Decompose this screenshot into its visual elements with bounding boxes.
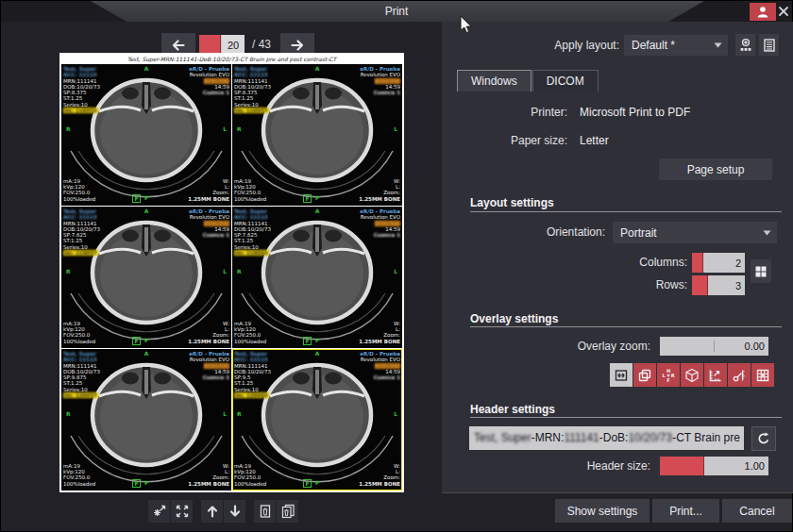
- overlay-text-block: Test, SuperACC: 11113MRN:111141DOB:10/20…: [234, 66, 271, 113]
- orientation-marker: L: [394, 410, 397, 417]
- svg-text:R: R: [671, 373, 675, 378]
- fit-to-screen-button[interactable]: [171, 500, 193, 523]
- svg-text:L: L: [663, 373, 666, 378]
- preview-cell-5[interactable]: Test, SuperACC: 11113MRN:111141DOB:10/20…: [61, 349, 231, 490]
- user-button[interactable]: [750, 3, 776, 21]
- move-page-down-button[interactable]: [224, 500, 245, 523]
- auto-window-button[interactable]: [148, 500, 170, 523]
- dialog-content: 20 / 43 Test, Super-MRN:111141-DoB:10/20…: [1, 22, 792, 531]
- assign-layout-icon: [738, 38, 753, 53]
- orientation-label: Orientation:: [547, 225, 605, 239]
- svg-text:H: H: [666, 368, 670, 374]
- preview-toolbar-group: [201, 500, 245, 523]
- ruler-toggle[interactable]: [704, 363, 727, 387]
- preview-cell-4[interactable]: Test, SuperACC: 11113MRN:111141DOB:10/20…: [232, 207, 402, 348]
- overlay-scale-toggle[interactable]: [610, 363, 633, 387]
- orientation-marker: P: [315, 336, 319, 345]
- overlay-text-block: eR/D - PruebaRevolution EVO10/26/2314:59…: [360, 351, 400, 380]
- header-size-spinner[interactable]: 1.00: [660, 457, 768, 475]
- mrn-value: 111141: [564, 431, 599, 444]
- spinner-fill: [692, 253, 703, 273]
- orientation-letters-icon: HLRF: [661, 368, 676, 383]
- preview-toolbar-group: [254, 500, 298, 523]
- orientation-select[interactable]: Portrait: [613, 222, 777, 243]
- spinner-fill: [692, 275, 708, 295]
- expand-icon: [175, 504, 190, 519]
- apply-layout-select[interactable]: Default *: [624, 35, 728, 56]
- overlay-text-block: W:L:Zoom:1.25MM BONE: [359, 321, 400, 344]
- overlay-text-block: eR/D - PruebaRevolution EVO10/26/2314:59…: [189, 208, 229, 238]
- ruler-icon: [708, 368, 723, 383]
- apply-layout-value: Default *: [632, 35, 675, 56]
- orientation-markers-toggle[interactable]: HLRF: [657, 363, 680, 387]
- orientation-marker: R: [237, 410, 242, 417]
- orientation-cube-toggle[interactable]: [681, 363, 703, 387]
- page-number-spinner[interactable]: 20: [199, 35, 245, 55]
- printer-value: Microsoft Print to PDF: [580, 106, 690, 119]
- orientation-marker: R: [66, 268, 71, 274]
- paper-size-value: Letter: [580, 134, 609, 147]
- tab-windows[interactable]: Windows: [457, 70, 531, 91]
- assign-layout-button[interactable]: [735, 34, 755, 56]
- overlay-zoom-label: Overlay zoom:: [578, 340, 650, 353]
- orientation-marker: F: [132, 337, 141, 345]
- arrow-left-icon: [171, 38, 186, 53]
- orientation-marker: R: [66, 410, 71, 417]
- measurement-icon: [732, 368, 747, 383]
- orientation-marker: L: [223, 268, 227, 274]
- columns-value: 2: [735, 253, 741, 273]
- cancel-button[interactable]: Cancel: [722, 499, 792, 523]
- show-settings-button[interactable]: Show settings: [555, 499, 650, 523]
- arrow-right-icon: [290, 38, 305, 53]
- sparkle-arrow-icon: [152, 504, 167, 519]
- move-page-up-button[interactable]: [201, 500, 223, 523]
- orientation-marker: A: [144, 65, 149, 72]
- header-text-input[interactable]: Test, Super-MRN:111141-DoB:10/20/73-CT B…: [469, 426, 744, 450]
- rows-label: Rows:: [656, 278, 687, 291]
- overlay-text-block: Test, SuperACC: 11113MRN:111141DOB:10/20…: [234, 208, 271, 256]
- orientation-marker: L: [223, 125, 227, 132]
- grid-overlay-toggle[interactable]: [751, 363, 774, 387]
- orientation-marker: P: [315, 193, 319, 203]
- overlay-settings-title: Overlay settings: [470, 312, 558, 325]
- cube-icon: [684, 368, 700, 383]
- overlay-zoom-spinner[interactable]: 0.00: [660, 337, 768, 356]
- orientation-marker: P: [144, 336, 148, 345]
- overlay-text-block: W:L:Zoom:1.25MM BONE: [359, 178, 400, 202]
- stack-icon: [637, 368, 652, 383]
- preview-cell-6[interactable]: Test, SuperACC: 11113MRN:111141DOB:10/20…: [232, 349, 402, 490]
- arrow-up-icon: [205, 504, 220, 519]
- close-button[interactable]: [777, 5, 789, 18]
- delete-page-button[interactable]: [254, 500, 276, 523]
- preview-cell-1[interactable]: Test, SuperACC: 11113MRN:111141DOB:10/20…: [61, 64, 231, 206]
- print-button[interactable]: Print...: [652, 499, 719, 523]
- footer-buttons: Show settingsPrint...Cancel: [555, 499, 792, 523]
- mouse-cursor: [460, 15, 473, 35]
- delete-all-pages-button[interactable]: [277, 500, 298, 523]
- print-preview-page: Test, Super-MRN:111141-DoB:10/20/73-CT B…: [59, 53, 404, 492]
- preview-cell-3[interactable]: Test, SuperACC: 11113MRN:111141DOB:10/20…: [61, 207, 231, 348]
- orientation-marker: F: [303, 479, 312, 488]
- spinner-fill: [199, 35, 221, 55]
- orientation-marker: L: [394, 125, 397, 132]
- columns-spinner[interactable]: 2: [692, 253, 745, 273]
- reset-header-button[interactable]: [751, 426, 776, 451]
- overlay-text-block: eR/D - PruebaRevolution EVO10/26/2314:59…: [189, 66, 229, 95]
- spinner-tick: [714, 341, 715, 352]
- rows-spinner[interactable]: 3: [692, 275, 745, 295]
- tab-dicom[interactable]: DICOM: [532, 70, 599, 91]
- columns-label: Columns:: [639, 256, 687, 269]
- orientation-marker: F: [303, 337, 312, 345]
- overlay-zoom-value: 0.00: [745, 337, 765, 356]
- preview-cell-2[interactable]: Test, SuperACC: 11113MRN:111141DOB:10/20…: [232, 64, 402, 206]
- orientation-marker: P: [144, 193, 148, 203]
- grid-layout-button[interactable]: [751, 259, 771, 283]
- measurements-toggle[interactable]: [728, 363, 751, 387]
- layout-list-icon: [762, 38, 777, 53]
- orientation-marker: R: [237, 268, 242, 274]
- page-setup-button[interactable]: Page setup: [659, 158, 772, 180]
- overlay-stack-toggle[interactable]: [633, 363, 656, 387]
- preview-toolbar: [148, 500, 298, 523]
- layout-list-button[interactable]: [759, 34, 779, 56]
- chevron-down-icon: [714, 42, 722, 48]
